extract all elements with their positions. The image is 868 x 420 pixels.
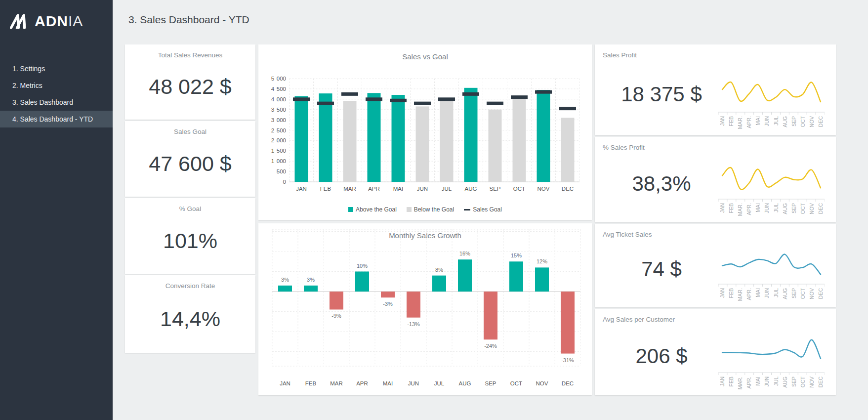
legend-label: Sales Goal [473, 206, 502, 213]
svg-text:APR.: APR. [746, 377, 752, 389]
svg-text:AUG: AUG [465, 186, 477, 192]
metric-card-pct-sales-profit: % Sales Profit 38,3% JANFEBMAR.APR.MAIJU… [595, 137, 836, 222]
svg-text:500: 500 [277, 168, 286, 174]
svg-text:SEP: SEP [791, 377, 797, 387]
svg-text:16%: 16% [459, 251, 470, 256]
sidebar-item-sales-dashboard-ytd[interactable]: 4. Sales Dashboard - YTD [0, 111, 113, 127]
svg-text:4 500: 4 500 [271, 86, 286, 92]
svg-text:AUG: AUG [459, 380, 471, 386]
svg-text:AUG: AUG [782, 377, 788, 388]
metric-value: 18 375 $ [605, 83, 718, 106]
kpi-card-sales-goal: Sales Goal 47 600 $ [125, 121, 255, 197]
metric-label: Sales Profit [603, 51, 637, 59]
svg-text:FEB: FEB [728, 288, 734, 298]
svg-text:SEP: SEP [791, 203, 797, 213]
kpi-value: 101% [125, 228, 255, 252]
svg-text:MAI: MAI [755, 116, 761, 126]
svg-text:OCT: OCT [800, 376, 806, 387]
svg-text:MAI: MAI [393, 186, 403, 192]
svg-text:APR: APR [368, 186, 380, 192]
svg-text:APR.: APR. [746, 203, 752, 215]
sales-vs-goal-chart-card: Sales vs Goal 05001 0001 5002 0002 5003 … [258, 44, 592, 220]
svg-text:JUL: JUL [442, 186, 452, 192]
svg-text:NOV: NOV [536, 380, 548, 386]
svg-text:4 000: 4 000 [271, 96, 286, 102]
kpi-card-total-sales-revenues: Total Sales Revenues 48 022 $ [125, 44, 255, 120]
svg-text:NOV: NOV [809, 377, 815, 388]
monthly-sales-growth-chart: 3%JAN3%FEB-9%MAR10%APR-3%MAI-13%JUN8%JUL… [258, 223, 592, 395]
svg-text:JUN: JUN [764, 116, 770, 126]
svg-text:JUN: JUN [764, 288, 770, 298]
metric-label: Avg Ticket Sales [603, 231, 652, 238]
svg-text:FEB: FEB [728, 116, 734, 126]
svg-text:SEP: SEP [489, 186, 500, 192]
svg-text:MAI: MAI [383, 380, 393, 386]
metric-card-sales-profit: Sales Profit 18 375 $ JANFEBMAR.APR.MAIJ… [595, 44, 836, 135]
svg-text:1 500: 1 500 [271, 148, 286, 154]
metric-label: Avg Sales per Customer [603, 316, 675, 323]
svg-text:2 000: 2 000 [271, 137, 286, 143]
above-goal-swatch-icon [348, 207, 353, 212]
legend-label: Below the Goal [414, 206, 454, 213]
svg-text:OCT: OCT [513, 186, 525, 192]
svg-text:NOV: NOV [809, 203, 815, 214]
svg-text:5 000: 5 000 [271, 76, 286, 82]
below-goal-swatch-icon [407, 207, 412, 212]
svg-text:3 000: 3 000 [271, 117, 286, 123]
logo-text-light: IA [68, 13, 83, 29]
svg-text:MAI: MAI [755, 377, 761, 386]
svg-text:JAN: JAN [719, 377, 725, 386]
svg-text:MAR.: MAR. [737, 203, 743, 216]
svg-text:APR.: APR. [746, 288, 752, 300]
svg-text:AUG: AUG [782, 203, 788, 214]
avg-ticket-sales-sparkline: JANFEBMAR.APR.MAIJUNJULAUGSEPOCTNOVDEC [718, 224, 825, 307]
svg-text:MAR.: MAR. [737, 288, 743, 301]
svg-text:3 500: 3 500 [271, 107, 286, 113]
kpi-card-pct-goal: % Goal 101% [125, 198, 255, 274]
svg-text:OCT: OCT [800, 116, 806, 127]
svg-text:15%: 15% [511, 252, 522, 258]
svg-text:JUL: JUL [773, 116, 779, 126]
svg-text:JUL: JUL [773, 203, 779, 212]
svg-text:FEB: FEB [728, 203, 734, 213]
kpi-label: Conversion Rate [125, 282, 255, 290]
svg-text:10%: 10% [357, 263, 368, 269]
sidebar-nav: 1. Settings 2. Metrics 3. Sales Dashboar… [0, 60, 113, 127]
svg-text:SEP: SEP [791, 116, 797, 126]
sales-profit-sparkline: JANFEBMAR.APR.MAIJUNJULAUGSEPOCTNOVDEC [718, 44, 825, 135]
metric-value: 206 $ [605, 344, 718, 368]
svg-text:OCT: OCT [510, 380, 522, 386]
legend-label: Above the Goal [356, 206, 397, 213]
svg-text:3%: 3% [307, 277, 315, 283]
sidebar: ADNIA 1. Settings 2. Metrics 3. Sales Da… [0, 0, 113, 420]
svg-text:OCT: OCT [800, 203, 806, 214]
page-title: 3. Sales Dashboard - YTD [128, 14, 249, 26]
svg-text:12%: 12% [537, 258, 547, 264]
svg-text:DEC: DEC [562, 186, 574, 192]
svg-text:SEP: SEP [485, 380, 496, 386]
kpi-label: Total Sales Revenues [125, 51, 255, 59]
svg-text:JAN: JAN [280, 380, 290, 386]
svg-text:APR: APR [356, 380, 368, 386]
kpi-card-conversion-rate: Conversion Rate 14,4% [125, 275, 255, 353]
svg-text:FEB: FEB [320, 186, 331, 192]
svg-text:-13%: -13% [407, 321, 420, 327]
svg-text:DEC: DEC [562, 380, 574, 386]
svg-text:FEB: FEB [728, 377, 734, 386]
kpi-value: 48 022 $ [125, 75, 255, 99]
svg-text:1 000: 1 000 [271, 158, 286, 164]
kpi-value: 47 600 $ [125, 151, 255, 175]
adnia-logo-icon [10, 13, 31, 30]
svg-text:-9%: -9% [331, 313, 341, 319]
svg-text:NOV: NOV [809, 116, 815, 127]
sales-goal-dash-icon [464, 209, 470, 210]
legend-item-below-goal: Below the Goal [407, 206, 454, 213]
svg-text:JUN: JUN [764, 203, 770, 213]
sidebar-item-sales-dashboard[interactable]: 3. Sales Dashboard [0, 94, 113, 111]
svg-text:DEC: DEC [818, 203, 824, 214]
svg-text:0: 0 [283, 179, 286, 185]
avg-sales-per-customer-sparkline: JANFEBMAR.APR.MAIJUNJULAUGSEPOCTNOVDEC [718, 309, 825, 395]
svg-text:DEC: DEC [818, 377, 824, 388]
sidebar-item-settings[interactable]: 1. Settings [0, 60, 113, 77]
sidebar-item-metrics[interactable]: 2. Metrics [0, 77, 113, 94]
